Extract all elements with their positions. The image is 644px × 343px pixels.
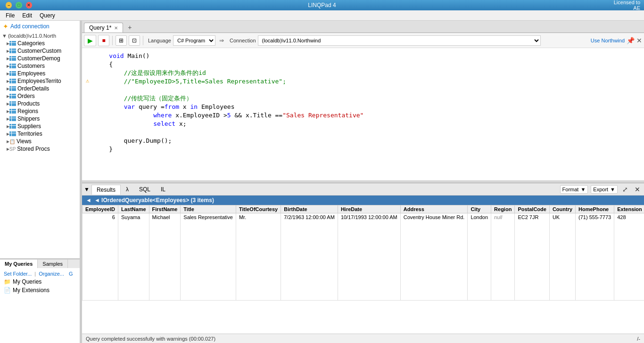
menu-query[interactable]: Query xyxy=(36,11,59,20)
result-arrow: ◄ xyxy=(86,197,91,204)
close-connection-icon[interactable]: ✕ xyxy=(636,37,642,44)
status-right-icon[interactable]: /- xyxy=(637,336,640,342)
stop-button[interactable]: ■ xyxy=(98,35,109,46)
sidebar-lower-content: Set Folder... | Organize... G 📁 My Queri… xyxy=(0,268,80,343)
main-layout: ✦ Add connection ▼ (localdb)\v11.0.North… xyxy=(0,21,644,343)
close-button[interactable]: ✕ xyxy=(26,2,32,8)
sidebar-item-customercustom[interactable]: ▶ CustomerCustom xyxy=(0,47,80,55)
sidebar-item-categories[interactable]: ▶ Categories xyxy=(0,40,80,47)
sidebar-item-stored-procs[interactable]: ▶ SP Stored Procs xyxy=(0,145,80,153)
col-extension: Extension xyxy=(614,205,644,213)
tab-sql[interactable]: SQL xyxy=(134,184,156,194)
col-postalcode: PostalCode xyxy=(515,205,550,213)
pin-icon[interactable]: 📌 xyxy=(627,37,635,44)
code-line xyxy=(94,128,640,137)
sidebar-item-orders[interactable]: ▶ Orders xyxy=(0,92,80,100)
code-line: var query =from x in Employees xyxy=(94,103,640,111)
sidebar-item-shippers[interactable]: ▶ Shippers xyxy=(0,115,80,122)
sidebar-item-products[interactable]: ▶ Products xyxy=(0,100,80,107)
export-dropdown[interactable]: Export ▼ xyxy=(591,185,618,194)
sidebar-label: CustomerDemog xyxy=(17,55,60,62)
cell-title: Sales Representative xyxy=(181,213,236,301)
table-icon xyxy=(9,41,16,46)
add-connection-label: Add connection xyxy=(10,23,50,30)
sidebar-item-employees[interactable]: ▶ Employees xyxy=(0,70,80,77)
tab-results[interactable]: Results xyxy=(91,185,121,195)
results-tab-arrow[interactable]: ▼ xyxy=(84,186,91,193)
table-row: 6 Suyama Michael Sales Representative Mr… xyxy=(83,213,644,301)
my-extensions-folder[interactable]: 📄 My Extensions xyxy=(2,286,78,294)
format-chevron: ▼ xyxy=(580,187,586,192)
tab-il[interactable]: IL xyxy=(156,184,171,194)
close-tab-icon[interactable]: ✕ xyxy=(114,25,118,31)
table-icon xyxy=(9,79,16,83)
gutter: ⚠ xyxy=(86,52,94,154)
menu-edit[interactable]: Edit xyxy=(18,11,36,20)
my-queries-label: My Queries xyxy=(13,278,41,285)
my-extensions-label: My Extensions xyxy=(13,287,50,294)
star-icon: ✦ xyxy=(3,23,8,30)
sidebar-label: Shippers xyxy=(17,115,40,122)
run-button[interactable]: ▶ xyxy=(84,35,96,46)
table-icon xyxy=(9,64,16,68)
my-queries-folder[interactable]: 📁 My Queries xyxy=(2,278,78,286)
results-tab-label: Results xyxy=(97,187,116,193)
cell-city: London xyxy=(468,213,491,301)
add-connection-button[interactable]: ✦ Add connection xyxy=(0,21,80,32)
results-table: EmployeeID LastName FirstName Title Titl… xyxy=(82,205,644,301)
license-text: Licensed to AE xyxy=(612,0,640,11)
col-homephone: HomePhone xyxy=(576,205,614,213)
col-country: Country xyxy=(549,205,575,213)
sidebar-item-customers[interactable]: ▶ Customers xyxy=(0,62,80,70)
sidebar-item-regions[interactable]: ▶ Regions xyxy=(0,107,80,115)
connection-select[interactable]: (localdb)\v11.0.Northwind xyxy=(258,35,541,46)
sidebar-item-customerdemog[interactable]: ▶ CustomerDemog xyxy=(0,55,80,62)
sql-label: SQL xyxy=(139,186,150,193)
close-results-button[interactable]: ✕ xyxy=(633,185,642,194)
result-header: ◄ ◄ IOrderedQueryable<Employees> (3 item… xyxy=(82,196,644,205)
sidebar-label: Products xyxy=(17,100,40,107)
grid-view-button[interactable]: ⊞ xyxy=(116,35,127,46)
minimize-button[interactable]: – xyxy=(6,2,12,8)
format-dropdown[interactable]: Format ▼ xyxy=(560,185,588,194)
query-tab-1[interactable]: Query 1* ✕ xyxy=(84,23,123,33)
table-icon xyxy=(9,71,16,76)
code-editor[interactable]: ⚠ void Main() { //这是假设用来作为条件的id xyxy=(82,48,644,181)
tab-my-queries[interactable]: My Queries xyxy=(0,260,38,268)
language-select[interactable]: C# Program xyxy=(173,35,215,46)
use-northwind-link[interactable]: Use Northwind xyxy=(591,38,625,43)
stop-icon: ■ xyxy=(102,37,105,44)
code-line: where x.EmployeeID >5 && x.Title =="Sale… xyxy=(94,111,640,120)
sidebar-label: OrderDetails xyxy=(17,85,49,92)
col-title: Title xyxy=(181,205,236,213)
sidebar-item-territories[interactable]: ▶ Territories xyxy=(0,130,80,138)
cell-firstname: Michael xyxy=(149,213,181,301)
sidebar-item-employeesterritory[interactable]: ▶ EmployeesTerrito xyxy=(0,77,80,85)
tab-lambda[interactable]: λ xyxy=(121,184,134,194)
sidebar-item-suppliers[interactable]: ▶ Suppliers xyxy=(0,122,80,130)
table-icon xyxy=(9,49,16,53)
grid-icon: ⊞ xyxy=(119,37,124,44)
col-hiredate: HireDate xyxy=(338,205,400,213)
db-tree-item[interactable]: ▼ (localdb)\v11.0.North xyxy=(0,32,80,40)
results-tabs: ▼ Results λ SQL IL Format ▼ xyxy=(82,183,644,196)
tab-samples[interactable]: Samples xyxy=(38,260,68,268)
export-label: Export xyxy=(593,187,608,192)
set-folder-organize[interactable]: Set Folder... | Organize... G xyxy=(2,270,78,278)
menu-file[interactable]: File xyxy=(2,11,18,20)
maximize-results-button[interactable]: ⤢ xyxy=(620,185,630,194)
sidebar-item-views[interactable]: ▶ 📋 Views xyxy=(0,138,80,145)
lambda-label: λ xyxy=(126,186,129,193)
set-folder-label: Set Folder... xyxy=(4,271,32,277)
organize-label: Organize... xyxy=(39,271,64,277)
ext-label: G xyxy=(69,271,73,277)
grid-icon2: ⊡ xyxy=(132,37,137,44)
grid-view-button2[interactable]: ⊡ xyxy=(129,35,140,46)
maximize-button[interactable]: □ xyxy=(16,2,22,8)
code-line: //"EmployeeID>5,Title=Sales Representati… xyxy=(94,77,640,86)
collapse-icon[interactable]: ▼ xyxy=(84,186,90,193)
col-lastname: LastName xyxy=(118,205,149,213)
sidebar-item-orderdetails[interactable]: ▶ OrderDetails xyxy=(0,85,80,92)
add-tab-button[interactable]: + xyxy=(124,22,135,33)
table-icon xyxy=(9,86,16,91)
